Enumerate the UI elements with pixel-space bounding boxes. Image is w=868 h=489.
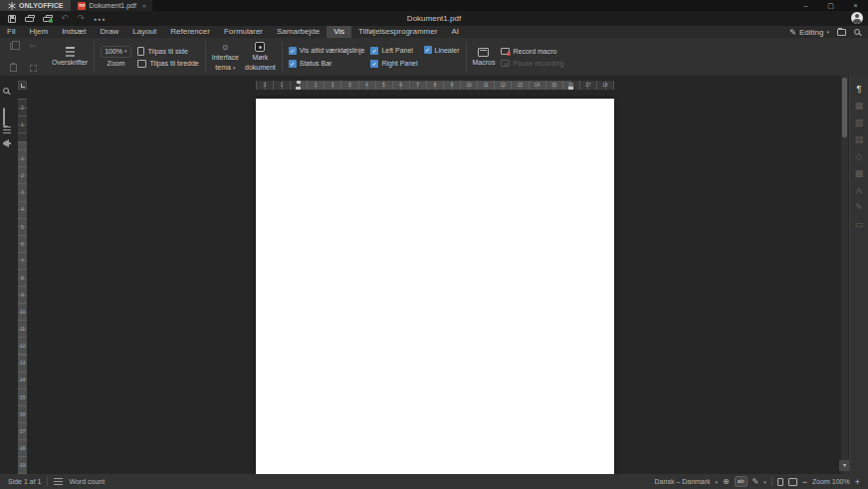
right-indent-marker[interactable]: [568, 87, 573, 90]
feedback-megaphone-icon[interactable]: [3, 139, 12, 148]
spellcheck-toggle[interactable]: ab: [735, 476, 748, 487]
open-file-location-icon[interactable]: [837, 29, 846, 36]
checkbox-status-bar[interactable]: ✓ Status Bar: [289, 60, 365, 68]
interface-theme-label-line1: Interface: [212, 54, 239, 62]
table-settings-icon[interactable]: ▦: [850, 99, 868, 116]
first-line-indent-marker[interactable]: [297, 81, 301, 84]
customize-toolbar-icon[interactable]: ●●●: [94, 16, 106, 22]
chevron-down-icon: ▾: [826, 29, 829, 35]
textart-settings-icon[interactable]: A: [850, 183, 868, 200]
horizontal-ruler[interactable]: 21123456789101112131415161718: [256, 81, 614, 90]
ruler-number: 2: [331, 82, 334, 88]
print-icon[interactable]: [25, 17, 34, 22]
save-icon[interactable]: [8, 15, 16, 23]
pdf-file-icon: PDF: [78, 2, 86, 10]
search-icon[interactable]: [3, 88, 9, 94]
header-bar: ↶ ↷ ●●● Dokument1.pdf: [0, 11, 868, 26]
tab-hjem[interactable]: Hjem: [22, 26, 55, 38]
app-tab-label: ONLYOFFICE: [19, 2, 63, 9]
fit-to-page-button[interactable]: Tilpas til side: [137, 47, 199, 56]
ruler-number: 9: [21, 292, 24, 298]
left-indent-marker[interactable]: [296, 87, 301, 90]
shape-settings-icon[interactable]: ◇: [850, 149, 868, 166]
language-selector[interactable]: Dansk – Danmark: [655, 478, 711, 485]
document-page[interactable]: [256, 99, 614, 474]
ruler-number: 17: [585, 82, 591, 88]
macros-icon: [478, 48, 489, 57]
checkbox-label: Vis altid værktøjslinje: [300, 47, 365, 54]
search-icon[interactable]: [854, 29, 860, 35]
tab-close-icon[interactable]: ×: [142, 3, 146, 9]
checkbox-rulers[interactable]: ✓ Linealer: [424, 46, 460, 54]
headings-button[interactable]: Overskrifter: [52, 47, 88, 67]
zoom-dropdown[interactable]: 100% ▾: [101, 46, 130, 58]
chevron-down-icon: ▾: [124, 49, 127, 55]
select-all-icon[interactable]: [30, 65, 37, 72]
ruler-number: 12: [500, 82, 506, 88]
page-indicator[interactable]: Side 1 af 1: [8, 478, 41, 485]
header-footer-settings-icon[interactable]: ▤: [850, 132, 868, 149]
zoom-level-label[interactable]: Zoom 100%: [812, 478, 850, 485]
tab-draw[interactable]: Draw: [94, 26, 126, 38]
signature-settings-icon[interactable]: ✎: [850, 200, 868, 217]
tab-layout[interactable]: Layout: [125, 26, 163, 38]
record-macro-icon: [501, 48, 510, 55]
vertical-ruler[interactable]: 2112345678910111213141516171819: [18, 99, 27, 474]
paragraph-settings-icon[interactable]: ¶: [850, 82, 868, 99]
fit-to-width-button[interactable]: Tilpas til bredde: [137, 60, 199, 68]
form-settings-icon[interactable]: ▭: [850, 217, 868, 234]
document-language-icon[interactable]: ⊕: [723, 477, 730, 486]
comments-icon[interactable]: [3, 108, 5, 126]
tab-vis[interactable]: Vis: [326, 26, 351, 38]
image-settings-icon[interactable]: ▧: [850, 116, 868, 132]
tab-indsaet[interactable]: Indsæt: [55, 26, 93, 38]
tab-formularer[interactable]: Formularer: [217, 26, 270, 38]
checkbox-right-panel[interactable]: ✓ Right Panel: [370, 60, 417, 68]
paste-icon[interactable]: [10, 64, 17, 72]
headings-icon: [66, 47, 75, 49]
fit-page-icon[interactable]: [777, 478, 783, 486]
close-button[interactable]: ×: [843, 0, 868, 11]
document-tab[interactable]: PDF Dokument1.pdf ×: [71, 0, 152, 11]
tab-ai[interactable]: AI: [444, 26, 466, 38]
copy-icon[interactable]: [10, 43, 16, 50]
record-macro-button[interactable]: Record macro: [501, 48, 563, 55]
word-count-icon[interactable]: [54, 478, 63, 485]
document-tab-label: Dokument1.pdf: [89, 2, 135, 9]
zoom-out-button[interactable]: −: [802, 477, 807, 487]
vertical-scrollbar-thumb[interactable]: [842, 78, 847, 137]
chart-settings-icon[interactable]: ▩: [850, 166, 868, 183]
app-main-tab[interactable]: ONLYOFFICE: [0, 0, 71, 11]
ruler-number: 8: [433, 82, 436, 88]
cut-icon[interactable]: ✂: [30, 42, 37, 51]
zoom-group-label: Zoom: [107, 60, 124, 68]
fit-width-icon[interactable]: [788, 478, 797, 486]
navigation-headings-icon[interactable]: [3, 126, 11, 127]
tab-fil[interactable]: Fil: [0, 26, 22, 38]
chevron-down-icon: ▾: [233, 65, 236, 71]
redo-icon[interactable]: ↷: [78, 14, 86, 23]
ink-pen-icon[interactable]: ✎: [753, 477, 760, 486]
divider: [47, 477, 48, 486]
word-count-label[interactable]: Word count: [69, 478, 105, 485]
macros-button[interactable]: Macros: [473, 48, 496, 67]
tab-tilfoejelsesprogrammer[interactable]: Tilføjelsesprogrammer: [351, 26, 444, 38]
minimize-button[interactable]: –: [793, 0, 818, 11]
checkbox-checked-icon: ✓: [289, 47, 297, 55]
dark-document-button[interactable]: Mørk dokument: [245, 42, 276, 71]
tab-stop-selector[interactable]: [18, 81, 27, 90]
tab-referencer[interactable]: Referencer: [163, 26, 217, 38]
quick-print-icon[interactable]: [43, 17, 52, 22]
editing-mode-label: Editing: [799, 28, 823, 37]
undo-icon[interactable]: ↶: [61, 14, 69, 23]
maximize-button[interactable]: ▢: [818, 0, 843, 11]
window-tab-strip: ONLYOFFICE PDF Dokument1.pdf × – ▢ ×: [0, 0, 868, 11]
zoom-in-button[interactable]: +: [855, 477, 860, 487]
editing-mode-button[interactable]: ✎ Editing ▾: [789, 28, 829, 37]
interface-theme-button[interactable]: ☼ Interface tema ▾: [212, 42, 239, 71]
checkbox-left-panel[interactable]: ✓ Left Panel: [370, 47, 417, 55]
document-title: Dokument1.pdf: [0, 14, 868, 23]
tab-samarbejde[interactable]: Samarbejde: [270, 26, 326, 38]
checkbox-always-show-toolbar[interactable]: ✓ Vis altid værktøjslinje: [289, 47, 365, 55]
user-avatar[interactable]: [851, 12, 863, 24]
